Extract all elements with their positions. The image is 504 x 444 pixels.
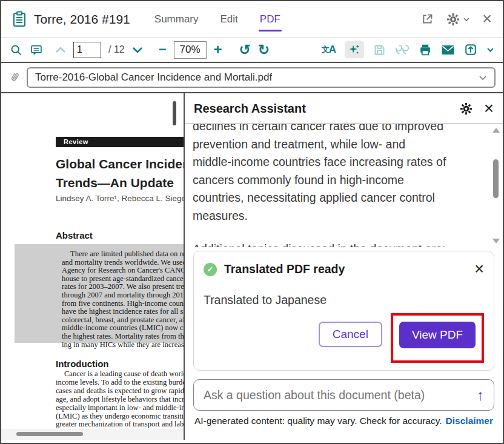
- pdf-horizontal-scrollbar[interactable]: [16, 432, 83, 436]
- reference-detail-window: Torre, 2016 #191 Summary Edit PDF: [0, 0, 504, 444]
- red-highlight-annotation: View PDF: [391, 313, 484, 363]
- title-bar: Torre, 2016 #191 Summary Edit PDF: [1, 1, 503, 38]
- zoom-out-button[interactable]: −: [159, 42, 167, 58]
- translated-pdf-toast: ✓ Translated PDF ready × Translated to J…: [193, 251, 494, 371]
- chevron-up-icon: [55, 46, 66, 54]
- print-button[interactable]: [419, 44, 432, 56]
- search-button[interactable]: [10, 44, 22, 56]
- next-page-button[interactable]: [132, 46, 143, 54]
- export-button[interactable]: [464, 43, 477, 56]
- pdf-vertical-scrollbar[interactable]: [173, 101, 176, 125]
- send-question-button[interactable]: ↑: [477, 388, 485, 403]
- ask-question-bar: ↑: [193, 379, 494, 411]
- toast-close-button[interactable]: ×: [474, 261, 484, 277]
- comments-button[interactable]: [30, 44, 43, 56]
- pdf-abstract-text: There are limited published data on rece…: [15, 244, 185, 343]
- pdf-toolbar: / 12 − + ↺ ↻ 文A: [1, 38, 503, 63]
- previous-page-button[interactable]: [55, 46, 66, 54]
- translate-icon: 文: [322, 44, 329, 55]
- pdf-introduction-heading: Introduction: [56, 359, 108, 369]
- close-window-button[interactable]: ×: [482, 11, 492, 27]
- chevron-down-icon: [463, 17, 470, 22]
- pdf-review-banner: Review: [56, 137, 185, 147]
- research-assistant-title: Research Assistant: [194, 102, 306, 116]
- pdf-abstract-heading: Abstract: [56, 230, 93, 240]
- assistant-summary-text: declines in certain cancer rates due to …: [193, 124, 482, 225]
- attachment-selector[interactable]: Torre-2016-Global Cancer Incidence and M…: [27, 67, 496, 88]
- research-assistant-header: Research Assistant: [185, 93, 503, 124]
- toast-message: Translated to Japanese: [204, 293, 484, 307]
- tab-edit[interactable]: Edit: [220, 1, 238, 37]
- gear-icon: [459, 102, 473, 116]
- zoom-in-button[interactable]: +: [214, 41, 222, 58]
- gear-icon: [446, 12, 460, 27]
- research-assistant-panel: Research Assistant: [185, 93, 503, 440]
- tab-pdf[interactable]: PDF: [260, 1, 280, 37]
- save-icon: [373, 44, 386, 56]
- ai-quality-notice: AI-generated content: quality may vary. …: [194, 416, 442, 426]
- pdf-article-authors: Lindsey A. Torre¹, Rebecca L. Siegel¹, E: [56, 194, 185, 203]
- page-count-label: / 12: [108, 44, 125, 55]
- external-link-icon: [421, 13, 434, 25]
- success-check-icon: ✓: [204, 263, 217, 276]
- assistant-footer: AI-generated content: quality may vary. …: [185, 411, 503, 426]
- pdf-viewer-panel: Review Global Cancer Incidenc Trends—An …: [1, 93, 185, 440]
- translate-button[interactable]: 文A: [322, 44, 336, 56]
- sparkles-icon: [348, 43, 361, 56]
- reference-clipboard-icon: [12, 11, 27, 27]
- pdf-article-title: Global Cancer Incidenc Trends—An Update: [56, 154, 185, 192]
- assistant-additional-topics-text: Additional topics discussed in the docum…: [193, 242, 482, 247]
- share-upload-icon: [464, 43, 477, 56]
- pdf-horizontal-scroll-track: [1, 429, 184, 440]
- email-button[interactable]: [441, 44, 455, 56]
- assistant-scrollbar-thumb[interactable]: [493, 159, 499, 198]
- export-options-button[interactable]: [486, 47, 494, 53]
- scroll-up-arrow[interactable]: [492, 128, 500, 133]
- page-number-input[interactable]: [73, 42, 101, 58]
- assistant-close-button[interactable]: ×: [484, 100, 494, 117]
- rotate-right-button[interactable]: ↻: [258, 42, 270, 58]
- assistant-message-area: declines in certain cancer rates due to …: [185, 124, 503, 247]
- tab-summary[interactable]: Summary: [154, 1, 199, 37]
- quotation-icon: [395, 44, 409, 56]
- open-in-new-window-button[interactable]: [421, 13, 434, 25]
- settings-menu-button[interactable]: [446, 12, 470, 27]
- view-pdf-button[interactable]: View PDF: [399, 322, 476, 348]
- assistant-scrollbar: [492, 128, 500, 244]
- pdf-introduction-text: Cancer is a leading cause of death world…: [56, 370, 185, 437]
- disclaimer-link[interactable]: Disclaimer: [446, 416, 493, 426]
- rotate-left-button[interactable]: ↺: [239, 42, 251, 58]
- chevron-down-icon: [132, 46, 143, 54]
- ask-question-input[interactable]: [204, 388, 477, 402]
- comment-icon: [30, 44, 43, 56]
- paperclip-icon: [8, 70, 21, 85]
- search-icon: [10, 44, 22, 56]
- insert-citation-button[interactable]: [395, 44, 409, 56]
- research-assistant-button[interactable]: [345, 41, 364, 58]
- assistant-settings-button[interactable]: [459, 102, 473, 116]
- zoom-level-input[interactable]: [174, 41, 207, 59]
- envelope-icon: [441, 44, 455, 56]
- toast-title: Translated PDF ready: [224, 262, 345, 276]
- tab-bar: Summary Edit PDF: [154, 1, 280, 37]
- printer-icon: [419, 44, 432, 56]
- attachment-filename: Torre-2016-Global Cancer Incidence and M…: [35, 71, 272, 84]
- chevron-down-icon: [479, 75, 487, 81]
- chevron-down-icon: [486, 47, 494, 53]
- attachment-row: Torre-2016-Global Cancer Incidence and M…: [1, 63, 503, 93]
- scroll-down-arrow[interactable]: [492, 239, 500, 244]
- reference-title: Torre, 2016 #191: [34, 12, 130, 27]
- save-button[interactable]: [373, 44, 386, 56]
- cancel-button[interactable]: Cancel: [319, 322, 382, 347]
